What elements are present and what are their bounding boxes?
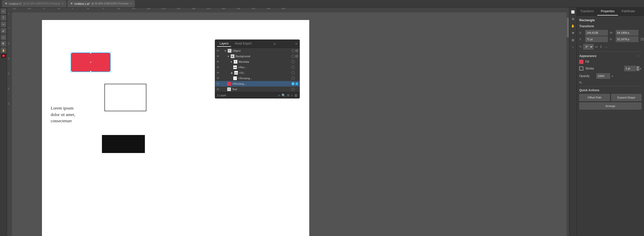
red-rectangle[interactable]: [71, 53, 111, 72]
visibility-icon-rectang1[interactable]: 👁: [216, 77, 220, 80]
hand2-icon[interactable]: ✋: [570, 24, 576, 29]
visibility-icon-mandala[interactable]: 👁: [216, 60, 220, 63]
handle-bm[interactable]: [90, 71, 92, 73]
visibility-icon-gr[interactable]: 👁: [216, 71, 220, 74]
h-label: H:: [610, 38, 615, 41]
flip-h-icon[interactable]: ⇔: [595, 45, 598, 49]
collapse-arrow-object[interactable]: ▼: [224, 50, 226, 52]
tab-pathfinder[interactable]: Pathfinder: [618, 8, 639, 16]
offset-path-button[interactable]: Offset Path: [579, 94, 610, 101]
type-tool[interactable]: T: [1, 15, 6, 21]
scrollbar-thumb[interactable]: [567, 18, 569, 38]
black-rectangle[interactable]: [102, 135, 145, 153]
layer-target-background[interactable]: [292, 55, 294, 58]
layer-target-object[interactable]: [292, 49, 294, 52]
tab-properties[interactable]: Properties: [597, 8, 618, 16]
layer-item-rec[interactable]: 👁 ▬▬ <Rec...: [215, 65, 300, 70]
circle-icon[interactable]: ○: [570, 45, 576, 50]
artboard-icon[interactable]: ⬜: [570, 10, 576, 15]
handle-bl[interactable]: [70, 71, 72, 73]
layers-tab-asset-export[interactable]: Asset Export: [232, 41, 254, 47]
layer-item-text[interactable]: 👁 T Text: [215, 87, 300, 92]
layer-item-mandala[interactable]: 👁 ▼ ✦ Mandala: [215, 59, 300, 65]
visibility-icon-background[interactable]: 👁: [216, 55, 220, 58]
vertical-scrollbar[interactable]: [566, 13, 569, 236]
fill-tool[interactable]: [2, 54, 5, 58]
layer-target-text[interactable]: [292, 88, 294, 91]
layers-tab-layers[interactable]: Layers: [217, 41, 231, 47]
pen-tool[interactable]: ✏: [1, 22, 6, 27]
visibility-icon-rec[interactable]: 👁: [216, 66, 220, 69]
fill-label[interactable]: Fill: [585, 60, 642, 64]
stroke-label[interactable]: Stroke: [585, 67, 622, 70]
stroke-up[interactable]: ▲: [636, 66, 640, 69]
transform-more-options[interactable]: ···: [604, 45, 607, 50]
tab-untitled2[interactable]: ✱ Untitled-2* @ 93.18% (CMYK/GPU Preview…: [2, 0, 66, 7]
handle-br[interactable]: [110, 71, 111, 73]
rotate-select[interactable]: 0°: [583, 44, 594, 50]
collapse-arrow-mandala[interactable]: ▼: [230, 61, 232, 63]
fx-label[interactable]: fx.: [579, 81, 582, 84]
layer-item-rectang1[interactable]: 👁 ⬜ <Rectang...: [215, 76, 300, 81]
handle-tl[interactable]: [70, 52, 72, 54]
ruler-mark-v-0: 0: [8, 13, 10, 14]
stroke-down[interactable]: ▼: [636, 69, 640, 71]
layer-target-rec[interactable]: [292, 66, 294, 69]
white-rectangle[interactable]: [104, 84, 146, 111]
handle-tr[interactable]: [110, 52, 111, 54]
h-input[interactable]: [616, 37, 638, 42]
delete-layer-icon[interactable]: 🗑: [294, 94, 298, 97]
layer-target-mandala[interactable]: [292, 60, 294, 63]
stroke-input[interactable]: [624, 66, 636, 71]
layer-target-rectang2[interactable]: [292, 82, 294, 85]
tab-close[interactable]: ✕: [62, 2, 64, 5]
layer-item-background[interactable]: 👁 ▼ 🖼 Background: [215, 54, 300, 59]
new-layer-icon[interactable]: +: [291, 94, 293, 97]
flip-v-icon[interactable]: ⇕: [600, 45, 602, 49]
collapse-arrow-background[interactable]: ▼: [227, 55, 230, 58]
layer-name-gr: <Gr...: [239, 71, 290, 74]
layers-menu-icon[interactable]: ≡: [274, 42, 276, 46]
hand-tool[interactable]: ✋: [1, 48, 6, 53]
stroke-value-group: ▲ ▼ ▸: [624, 66, 642, 71]
visibility-icon-object[interactable]: 👁: [216, 49, 220, 52]
expand-shape-button[interactable]: Expand Shape: [611, 94, 642, 101]
center-handle[interactable]: [90, 62, 92, 63]
flower-icon[interactable]: ❋: [570, 31, 576, 36]
visibility-icon-text[interactable]: 👁: [216, 88, 220, 91]
link-proportions-icon[interactable]: ⛓: [640, 37, 644, 41]
stroke-swatch[interactable]: [579, 67, 583, 71]
x-input[interactable]: [585, 30, 608, 36]
zoom-tool[interactable]: 🔍: [1, 41, 6, 47]
stroke-stepper[interactable]: ▲ ▼: [636, 66, 640, 71]
w-input[interactable]: [616, 30, 638, 36]
layers-icon2[interactable]: ▤: [570, 38, 576, 43]
copy-layer-icon[interactable]: ⧉: [287, 93, 289, 97]
tab-close2[interactable]: ✕: [130, 2, 132, 5]
layer-item-rectang2[interactable]: 👁 <Rectang...: [215, 81, 300, 87]
handle-tm[interactable]: [90, 52, 92, 54]
grid-icon[interactable]: ⊞: [570, 17, 576, 22]
visibility-icon-rectang2[interactable]: 👁: [216, 82, 220, 85]
layer-item-object[interactable]: 👁 ▼ ⊞ Object: [215, 48, 300, 54]
layer-item-gr[interactable]: 👁 ▶ ▬▬ <Gr...: [215, 70, 300, 76]
collapse-arrow-gr[interactable]: ▶: [231, 72, 233, 74]
arrange-button[interactable]: Arrange: [579, 103, 642, 110]
fill-swatch[interactable]: [579, 60, 583, 64]
tab-transform[interactable]: Transform: [577, 8, 597, 16]
appearance-more[interactable]: ···: [637, 54, 640, 58]
tab-untitled1[interactable]: ✱ Untitled-1.ai* @ 94.48% (CMYK/GPU Prev…: [68, 0, 135, 7]
opacity-input[interactable]: [596, 73, 610, 79]
layer-target-gr[interactable]: [292, 71, 294, 74]
shape-tool[interactable]: ▭: [1, 35, 6, 40]
select-tool[interactable]: ↖: [1, 9, 6, 14]
layer-target-rectang1[interactable]: [292, 77, 294, 80]
layer-name-rec: <Rec...: [238, 66, 290, 69]
brush-tool[interactable]: 🖌: [1, 28, 6, 34]
y-input[interactable]: [585, 37, 608, 42]
locate-icon[interactable]: 🔍: [282, 94, 286, 97]
layers-close-icon[interactable]: ✕: [295, 42, 298, 46]
stroke-expand-icon[interactable]: ▸: [640, 67, 642, 70]
make-sublayer-icon[interactable]: ⎆: [278, 94, 280, 97]
opacity-expand-icon[interactable]: ▸: [612, 74, 614, 78]
